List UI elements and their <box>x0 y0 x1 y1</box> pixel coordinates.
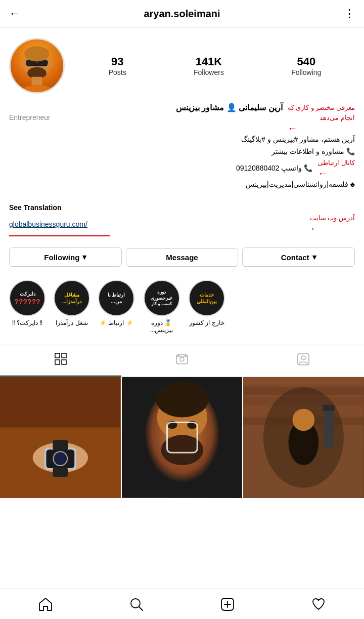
nav-activity[interactable] <box>301 595 336 614</box>
svg-point-39 <box>156 382 208 418</box>
see-translation-button[interactable]: See Translation <box>9 203 355 212</box>
highlight-1-label: ‼️ دایرکت؟ ‼️ <box>12 319 43 326</box>
highlight-3[interactable]: ارتباط بامن... ⚡ ارتباط ⚡ <box>98 280 134 334</box>
tagged-icon <box>297 353 310 369</box>
highlight-2-label: شغل درآمدزا <box>56 319 87 326</box>
svg-point-49 <box>293 409 315 431</box>
following-label: Following <box>44 253 79 262</box>
message-label: Message <box>166 253 198 262</box>
following-label: Following <box>291 68 321 76</box>
tab-tagged[interactable] <box>243 345 364 377</box>
svg-rect-32 <box>53 468 68 477</box>
annotation-2: کانال ارتباطی <box>317 158 355 168</box>
highlight-3-label: ⚡ ارتباط ⚡ <box>99 319 133 326</box>
svg-line-53 <box>139 607 143 610</box>
annotation-1: معرفی مختصر و کاری کهانجام می‌دهد <box>288 103 355 122</box>
contact-label: Contact <box>281 253 309 262</box>
bottom-nav <box>0 588 364 619</box>
contact-chevron-icon: ▾ <box>312 253 316 262</box>
avatar[interactable] <box>9 38 65 94</box>
content-tabs <box>0 345 364 377</box>
photo-cell-1[interactable] <box>0 377 121 498</box>
svg-point-9 <box>24 46 49 61</box>
svg-point-21 <box>178 355 179 357</box>
nav-search[interactable] <box>119 595 154 614</box>
photo-grid <box>0 377 364 498</box>
heart-icon <box>311 597 326 612</box>
highlight-4-label: 🥇 دوره بیزینس... <box>143 319 180 334</box>
bio-line4: ♣ فلسفه|روانشناسی|مدیریت|بیزینس <box>9 179 355 190</box>
following-count: 540 <box>291 55 321 68</box>
translation-section: See Translation globalbusinessguru.com/ … <box>0 203 364 236</box>
profile-section: 93 Posts 141K Followers 540 Following <box>0 28 364 99</box>
svg-rect-31 <box>53 440 68 450</box>
reels-icon <box>175 353 189 369</box>
bio-name: آرین سلیمانی 👤 مشاور بیزینس <box>9 103 283 112</box>
more-options-button[interactable]: ⋮ <box>344 7 355 20</box>
top-bar: ← aryan.soleimani ⋮ <box>0 0 364 28</box>
bio-subtitle: Entrepreneur <box>9 113 283 121</box>
contact-button[interactable]: Contact ▾ <box>242 247 355 267</box>
svg-point-22 <box>185 355 187 357</box>
nav-home[interactable] <box>28 595 63 614</box>
highlight-2[interactable]: مشاغلدرآمدزا... شغل درآمدزا <box>54 280 90 334</box>
annotation-3: آدرس وب سایت <box>310 214 355 223</box>
highlight-5[interactable]: خدماتبین‌المللی خارج از کشور <box>189 280 225 334</box>
website-link[interactable]: globalbusinessguru.com/ <box>9 220 87 228</box>
message-button[interactable]: Message <box>126 248 239 267</box>
svg-rect-16 <box>55 360 60 364</box>
bio-line3: 📞 واتسپ 09120880402 <box>9 163 312 174</box>
bio-line1: آرین هستم، مشاور #بیزینس و #بلاگینگ <box>9 134 355 145</box>
grid-icon <box>54 352 67 368</box>
svg-rect-50 <box>324 407 334 448</box>
svg-point-11 <box>48 61 53 68</box>
highlight-5-label: خارج از کشور <box>189 319 224 326</box>
highlights-row: دایرکت?????? ‼️ دایرکت؟ ‼️ مشاغلدرآمدزا.… <box>0 273 364 341</box>
svg-rect-14 <box>55 353 60 358</box>
tab-grid[interactable] <box>0 345 121 377</box>
posts-stat[interactable]: 93 Posts <box>109 55 126 76</box>
highlight-4[interactable]: دوره غیرحضوریکسب و کار 🥇 دوره بیزینس... <box>143 280 180 334</box>
following-stat[interactable]: 540 Following <box>291 55 321 76</box>
following-button[interactable]: Following ▾ <box>9 247 122 267</box>
svg-rect-7 <box>35 62 38 63</box>
home-icon <box>38 597 53 612</box>
highlight-1[interactable]: دایرکت?????? ‼️ دایرکت؟ ‼️ <box>9 280 46 334</box>
svg-point-10 <box>21 61 26 68</box>
back-button[interactable]: ← <box>9 7 20 20</box>
svg-rect-42 <box>243 377 364 385</box>
bio-section: آرین سلیمانی 👤 مشاور بیزینس Entrepreneur… <box>0 99 364 194</box>
profile-username: aryan.soleimani <box>144 8 220 20</box>
followers-count: 141K <box>194 55 224 68</box>
add-icon <box>220 597 235 612</box>
posts-count: 93 <box>109 55 126 68</box>
photo-cell-2[interactable] <box>122 377 243 498</box>
svg-point-24 <box>301 356 305 360</box>
bio-line2: 📞 مشاوره و اطلاعات بیشتر <box>9 146 355 157</box>
nav-add[interactable] <box>210 595 245 614</box>
stats-row: 93 Posts 141K Followers 540 Following <box>65 55 355 76</box>
svg-rect-51 <box>323 405 335 411</box>
following-chevron-icon: ▾ <box>82 253 86 262</box>
photo-cell-3[interactable] <box>243 377 364 498</box>
svg-point-19 <box>180 357 184 361</box>
tab-reels[interactable] <box>121 345 243 377</box>
search-icon <box>129 597 144 612</box>
followers-label: Followers <box>194 68 224 76</box>
svg-point-30 <box>53 452 67 466</box>
svg-point-52 <box>131 599 140 608</box>
followers-stat[interactable]: 141K Followers <box>194 55 224 76</box>
action-buttons: Following ▾ Message Contact ▾ <box>0 241 364 273</box>
svg-rect-17 <box>62 360 66 364</box>
svg-rect-15 <box>62 353 66 358</box>
posts-label: Posts <box>109 68 126 76</box>
